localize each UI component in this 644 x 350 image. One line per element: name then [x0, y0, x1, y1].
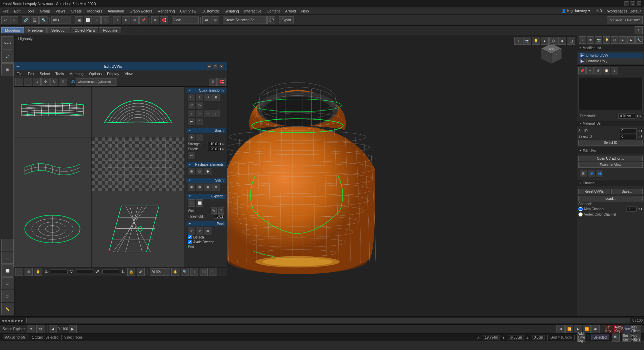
- menu-group[interactable]: Group: [37, 7, 53, 14]
- uvw-scale-btn[interactable]: ⊞: [59, 78, 67, 86]
- select-id-input[interactable]: [620, 134, 637, 139]
- uvw-menu-mapping[interactable]: Mapping: [67, 70, 86, 77]
- reshape-straighten-btn[interactable]: ⊞: [188, 168, 195, 175]
- prev-key-btn[interactable]: ⏪: [565, 325, 573, 333]
- rp-anim-btn[interactable]: ▶: [627, 36, 635, 44]
- add-time-tag-btn[interactable]: Add Time Tag: [577, 333, 585, 342]
- select-id-spinner[interactable]: ⬆⬇: [638, 135, 643, 138]
- uvw-menu-tools[interactable]: Tools: [53, 70, 67, 77]
- menu-interactive[interactable]: Interactive: [242, 7, 264, 14]
- set-id-spinner[interactable]: ⬆⬇: [638, 129, 643, 132]
- uv-panel-mid-left[interactable]: [14, 137, 91, 191]
- border-btn[interactable]: □: [1, 277, 13, 289]
- strength-spinner[interactable]: ⬆⬇: [219, 142, 224, 146]
- snap-btn[interactable]: 🧲: [160, 16, 168, 24]
- explode-btn2[interactable]: ⬜: [196, 199, 203, 207]
- align-btn[interactable]: ⊞: [211, 16, 219, 24]
- map-channel-input[interactable]: [626, 206, 637, 212]
- select-paint-btn[interactable]: ⬛: [200, 268, 208, 276]
- vp-maximize-btn[interactable]: +: [514, 37, 522, 45]
- menu-modifiers[interactable]: Modifiers: [84, 7, 105, 14]
- vp-wire-btn[interactable]: ⬡: [549, 37, 557, 45]
- snap3d-btn[interactable]: ⊞: [1, 63, 13, 75]
- threshold-spinner[interactable]: ⬆⬇: [637, 115, 641, 118]
- measure-btn[interactable]: 📏: [1, 303, 13, 315]
- brush-smooth-btn[interactable]: ○: [196, 134, 203, 141]
- scale-btn[interactable]: ⊞: [131, 16, 139, 24]
- stitch-btn4[interactable]: ⊡: [212, 184, 219, 191]
- weld-btn1[interactable]: W: [211, 208, 217, 214]
- vp-solid-btn[interactable]: ■: [558, 37, 566, 45]
- brush-pen-btn[interactable]: ✏: [188, 152, 195, 159]
- edit-uvs-header[interactable]: Edit UVs: [577, 148, 644, 154]
- vp-render-btn[interactable]: ●: [541, 37, 549, 45]
- scene-explorer-config-btn[interactable]: ⚙: [36, 325, 44, 333]
- uv-icon1-btn[interactable]: ⊞: [580, 170, 587, 177]
- map-channel-spinner[interactable]: ⬆⬇: [638, 208, 643, 211]
- menu-workspaces[interactable]: Workspaces: Default: [605, 7, 644, 14]
- rp-eye-btn[interactable]: 👁: [587, 36, 594, 44]
- menu-views[interactable]: Views: [53, 7, 68, 14]
- uv-panel-bot-right[interactable]: [91, 191, 185, 267]
- status-key-filters-btn[interactable]: Key Filters...: [633, 333, 641, 342]
- uv-panel-bot-left[interactable]: [14, 191, 91, 267]
- zoom-view-btn[interactable]: 🔍: [181, 268, 189, 276]
- tweak-in-view-btn[interactable]: Tweak In View: [578, 162, 643, 168]
- uvw-vert-mode-btn[interactable]: ·: [15, 268, 23, 276]
- peel-btn2[interactable]: ↻: [196, 227, 203, 234]
- quick-transform-header[interactable]: Quick Transform: [187, 88, 226, 93]
- create-selection-btn[interactable]: Create Selection Se: [223, 17, 267, 24]
- menu-content[interactable]: Content: [264, 7, 282, 14]
- v-field[interactable]: [76, 269, 93, 274]
- uvw-win-controls[interactable]: ─ □ ✕: [207, 64, 224, 69]
- reshape-compact-btn[interactable]: ⬢: [204, 168, 211, 175]
- threshold-input[interactable]: [618, 114, 635, 119]
- ref-coord-btn[interactable]: ⊕: [151, 16, 159, 24]
- lasso-btn[interactable]: ○: [93, 16, 101, 24]
- timeline-track[interactable]: [26, 318, 630, 323]
- rp-util-btn[interactable]: 🔧: [635, 36, 643, 44]
- rp-light-btn[interactable]: 💡: [603, 36, 610, 44]
- qt-move-left-btn[interactable]: ←: [196, 110, 203, 117]
- peel-header[interactable]: Peel: [187, 221, 226, 226]
- uvw-minimize-btn[interactable]: ─: [207, 64, 212, 69]
- stitch-btn2[interactable]: ⊟: [196, 184, 203, 191]
- tab-object-paint[interactable]: Object Paint: [71, 27, 99, 33]
- move-btn[interactable]: ✛: [113, 16, 121, 24]
- brush-relax-btn[interactable]: ⊕: [188, 134, 195, 141]
- qt-align-left-btn[interactable]: ⊢: [188, 94, 195, 101]
- stitch-btn1[interactable]: ⊞: [188, 184, 195, 191]
- rp-geo-btn[interactable]: ⬡: [611, 36, 618, 44]
- open-uv-editor-btn[interactable]: Open UV Editor ...: [578, 156, 643, 161]
- qt-move-down-btn[interactable]: ↓: [212, 110, 219, 117]
- rect-select-btn[interactable]: ⬜: [84, 16, 92, 24]
- menu-user[interactable]: 👤 Kitjulianstey ▾: [559, 7, 593, 14]
- uvw-maximize-btn[interactable]: □: [213, 64, 218, 69]
- next-frame-btn[interactable]: ▶: [69, 325, 77, 333]
- reshape-header[interactable]: Reshape Elements: [187, 162, 226, 167]
- stitch-header[interactable]: Stitch: [187, 178, 226, 183]
- w-field[interactable]: [102, 269, 119, 274]
- menu-edit[interactable]: Edit: [11, 7, 23, 14]
- qt-align-right-btn[interactable]: ⊣: [204, 94, 211, 101]
- uvw-title-bar[interactable]: ✏ Edit UVWs ─ □ ✕: [14, 62, 227, 70]
- close-btn[interactable]: ✕: [637, 1, 641, 6]
- menu-help[interactable]: Help: [299, 7, 312, 14]
- qt-move-right-btn[interactable]: →: [204, 110, 211, 117]
- export-btn[interactable]: Export: [279, 16, 294, 24]
- detach-checkbox[interactable]: [188, 235, 192, 239]
- uvw-menu-edit[interactable]: Edit: [25, 70, 37, 77]
- minimize-btn[interactable]: ─: [624, 1, 629, 6]
- place-btn[interactable]: 📌: [139, 16, 147, 24]
- key-filters-btn[interactable]: Key Filters...: [633, 325, 641, 333]
- u-field[interactable]: [51, 269, 68, 274]
- avoid-overlap-checkbox[interactable]: [188, 240, 192, 244]
- prev-frame-btn[interactable]: ◀: [49, 325, 57, 333]
- paint-select-btn[interactable]: ⬛: [101, 16, 109, 24]
- uvw-grid-btn[interactable]: ⊞: [209, 78, 217, 86]
- play-start-btn[interactable]: ⏮: [556, 325, 565, 333]
- uvw-rotate-btn[interactable]: ↻: [50, 78, 58, 86]
- uvw-poly-btn[interactable]: □: [33, 78, 41, 86]
- menu-graph-editors[interactable]: Graph Editors: [127, 7, 155, 14]
- menu-alerts[interactable]: ⚠ 0: [593, 7, 605, 14]
